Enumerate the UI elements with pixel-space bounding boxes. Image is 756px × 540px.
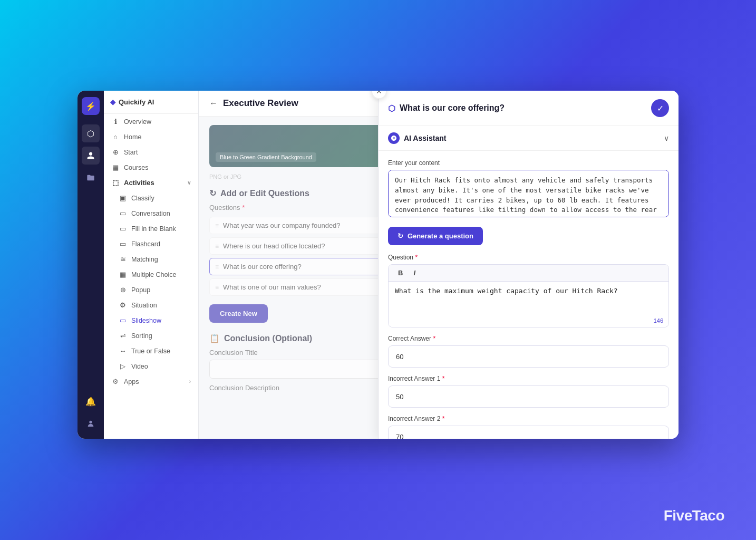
correct-answer-input[interactable]: [388, 345, 669, 368]
nav-popup[interactable]: ⊕ Popup: [104, 282, 198, 297]
nav-diamond-icon: ◆: [110, 98, 115, 106]
panel-title: ⬡ What is our core offering?: [388, 103, 505, 113]
generate-icon: ↻: [398, 232, 403, 240]
image-badge: Blue to Green Gradient Background: [216, 152, 316, 162]
incorrect1-required-mark: *: [442, 375, 445, 382]
correct-answer-label: Correct Answer *: [388, 335, 669, 342]
nav-classify[interactable]: ▣ Classify: [104, 190, 198, 206]
icon-strip-bottom: 🔔: [82, 392, 100, 432]
classify-icon: ▣: [119, 194, 127, 202]
bell-icon[interactable]: 🔔: [82, 392, 100, 410]
drag-handle-1[interactable]: ≡: [215, 222, 219, 229]
conversation-icon: ▭: [119, 209, 127, 217]
nav-home[interactable]: ⌂ Home: [104, 129, 198, 144]
matching-icon: ≋: [119, 255, 127, 263]
activities-icon: ⬚: [111, 179, 120, 187]
nav-app-name: Quickify AI: [119, 98, 154, 106]
nav-multiple-choice[interactable]: ▦ Multiple Choice: [104, 267, 198, 282]
home-icon: ⌂: [111, 133, 120, 141]
nav-header: ◆ Quickify AI: [104, 91, 198, 114]
question-text-4: What is one of our main values?: [223, 283, 321, 291]
nav-flashcard[interactable]: ▭ Flashcard: [104, 236, 198, 252]
question-field-area: B I What is the maximum weight capacity …: [388, 264, 669, 327]
nav-apps[interactable]: ⚙ Apps ›: [104, 374, 198, 389]
logo-icon: ⚡: [85, 101, 96, 111]
ai-label: AI Assistant: [388, 132, 446, 144]
nav-activities[interactable]: ⬚ Activities ∨: [104, 175, 198, 190]
nav-video[interactable]: ▷ Video: [104, 359, 198, 374]
nav-sorting[interactable]: ⇌ Sorting: [104, 328, 198, 343]
ai-icon: [388, 132, 400, 144]
app-window: ⚡ ⬡ 🔔 ◆ Quickify AI ℹ Overview ⌂ Home: [77, 91, 679, 439]
situation-icon: ⚙: [119, 301, 127, 309]
nav-overview[interactable]: ℹ Overview: [104, 114, 198, 129]
nav-conversation[interactable]: ▭ Conversation: [104, 206, 198, 221]
nav-matching[interactable]: ≋ Matching: [104, 252, 198, 267]
tf-icon: ↔: [119, 347, 127, 355]
correct-required-mark: *: [433, 335, 435, 342]
incorrect1-label: Incorrect Answer 1 *: [388, 375, 669, 382]
create-new-button[interactable]: Create New: [209, 304, 268, 323]
italic-button[interactable]: I: [410, 268, 419, 278]
icon-strip-cube[interactable]: ⬡: [82, 124, 100, 142]
icon-strip: ⚡ ⬡ 🔔: [77, 91, 104, 439]
question-text-3: What is our core offering?: [223, 263, 302, 271]
svg-point-0: [89, 421, 92, 423]
panel-header: ⬡ What is our core offering? ✓: [379, 91, 679, 126]
question-input[interactable]: What is the maximum weight capacity of o…: [389, 282, 668, 313]
drag-handle-4[interactable]: ≡: [215, 284, 219, 291]
drag-handle-2[interactable]: ≡: [215, 243, 219, 250]
panel-body: Enter your content Our Hitch Rack fits o…: [379, 151, 679, 439]
profile-icon[interactable]: [82, 414, 100, 432]
add-questions-icon: ↻: [209, 188, 216, 198]
ai-assistant-bar[interactable]: AI Assistant ∨: [379, 126, 679, 151]
activities-chevron: ∨: [187, 180, 191, 186]
question-text-2: Where is our head office located?: [223, 242, 325, 250]
incorrect1-input[interactable]: [388, 385, 669, 408]
incorrect2-label: Incorrect Answer 2 *: [388, 415, 669, 422]
questions-required: *: [242, 204, 245, 211]
generate-question-button[interactable]: ↻ Generate a question: [388, 227, 483, 245]
popup-icon: ⊕: [119, 286, 127, 294]
overview-icon: ℹ: [111, 118, 120, 126]
nav-slideshow[interactable]: ▭ Slideshow: [104, 313, 198, 328]
sorting-icon: ⇌: [119, 332, 127, 340]
back-button[interactable]: ←: [209, 99, 218, 108]
courses-icon: ▦: [111, 163, 120, 171]
nav-true-false[interactable]: ↔ True or False: [104, 343, 198, 359]
panel-title-icon: ⬡: [388, 103, 395, 113]
drag-handle-3[interactable]: ≡: [215, 263, 219, 271]
apps-chevron-right: ›: [189, 379, 191, 384]
app-logo[interactable]: ⚡: [82, 97, 100, 115]
fivetaco-brand: FiveTaco: [664, 507, 724, 524]
panel-overlay: ✕ ⬡ What is our core offering? ✓ AI Assi…: [378, 91, 679, 439]
question-field-label: Question *: [388, 254, 669, 261]
question-toolbar: B I: [389, 265, 668, 282]
nav-fill-in-blank[interactable]: ▭ Fill in the Blank: [104, 221, 198, 236]
content-label: Enter your content: [388, 159, 669, 167]
apps-icon: ⚙: [111, 378, 120, 385]
fill-blank-icon: ▭: [119, 225, 127, 233]
slideshow-icon: ▭: [119, 316, 127, 324]
nav-courses[interactable]: ▦ Courses: [104, 160, 198, 175]
video-icon: ▷: [119, 362, 127, 370]
icon-strip-folder[interactable]: [82, 169, 100, 187]
question-required-mark: *: [415, 254, 418, 261]
conclusion-icon: 📋: [209, 333, 220, 343]
question-text-1: What year was our company founded?: [223, 221, 341, 229]
flashcard-icon: ▭: [119, 240, 127, 248]
mc-icon: ▦: [119, 271, 127, 278]
nav-sidebar: ◆ Quickify AI ℹ Overview ⌂ Home ⊕ Start …: [104, 91, 199, 439]
nav-situation[interactable]: ⚙ Situation: [104, 297, 198, 313]
char-count: 146: [389, 315, 668, 327]
ai-chevron: ∨: [664, 134, 669, 142]
incorrect2-required-mark: *: [442, 415, 445, 422]
nav-start[interactable]: ⊕ Start: [104, 144, 198, 160]
icon-strip-users[interactable]: [82, 147, 100, 165]
content-textarea[interactable]: Our Hitch Rack fits onto almost any vehi…: [388, 170, 669, 217]
main-title: Executive Review: [223, 98, 298, 109]
incorrect2-input[interactable]: [388, 426, 669, 439]
panel-check-button[interactable]: ✓: [651, 99, 669, 117]
bold-button[interactable]: B: [395, 268, 406, 278]
start-icon: ⊕: [111, 148, 120, 156]
